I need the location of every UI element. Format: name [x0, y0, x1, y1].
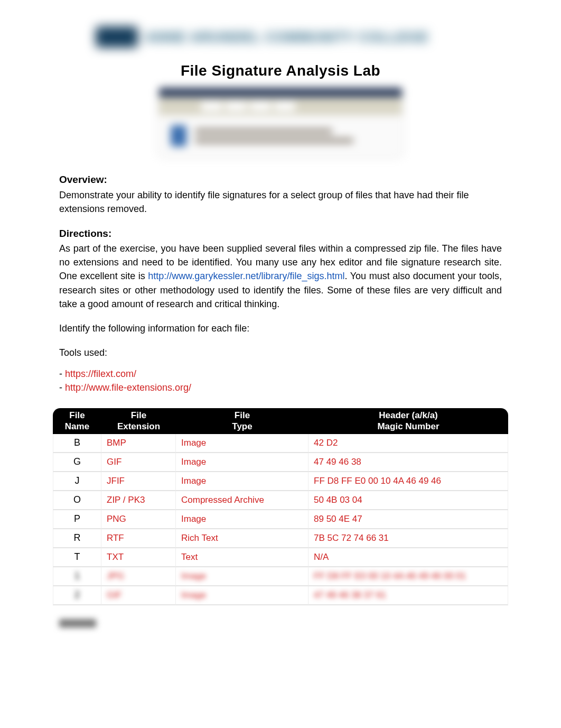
cell-magic-number: 89 50 4E 47: [308, 510, 508, 529]
cell-file-type: Rich Text: [176, 529, 308, 548]
directions-heading: Directions:: [59, 226, 502, 241]
cell-file-type: Text: [176, 548, 308, 567]
figure-screenshot: [159, 88, 402, 156]
table-header-row: File Name File Extension File Type Heade…: [53, 408, 508, 434]
reference-link[interactable]: http://www.garykessler.net/library/file_…: [148, 271, 344, 281]
footer-text: [59, 619, 96, 628]
tool-link-1[interactable]: https://filext.com/: [65, 368, 136, 379]
cell-file-extension: GIF: [101, 453, 176, 472]
table-row: TTXTTextN/A: [53, 548, 508, 567]
cell-file-name: B: [53, 434, 101, 453]
cell-file-extension: JFIF: [101, 472, 176, 491]
content-body: Overview: Demonstrate your ability to id…: [59, 172, 502, 394]
overview-text: Demonstrate your ability to identify fil…: [59, 188, 502, 216]
cell-file-name: T: [53, 548, 101, 567]
cell-file-extension: TXT: [101, 548, 176, 567]
org-banner: ANNE ARUNDEL COMMUNITY COLLEGE: [96, 21, 465, 53]
table-row: JJFIFImageFF D8 FF E0 00 10 4A 46 49 46: [53, 472, 508, 491]
overview-heading: Overview:: [59, 172, 502, 187]
cell-file-extension: RTF: [101, 529, 176, 548]
cell-file-type: Image: [176, 453, 308, 472]
cell-file-name: P: [53, 510, 101, 529]
table-row: RRTFRich Text7B 5C 72 74 66 31: [53, 529, 508, 548]
col-header-ext: File Extension: [101, 408, 176, 434]
cell-file-type: Image: [176, 586, 308, 605]
cell-magic-number: 42 D2: [308, 434, 508, 453]
table-row: 2GIFImage47 49 46 38 37 61: [53, 586, 508, 605]
list-item: - https://filext.com/: [59, 367, 502, 381]
file-signature-table: File Name File Extension File Type Heade…: [53, 408, 508, 605]
cell-magic-number: 7B 5C 72 74 66 31: [308, 529, 508, 548]
table-row: BBMPImage42 D2: [53, 434, 508, 453]
table-row: PPNGImage89 50 4E 47: [53, 510, 508, 529]
org-logo-icon: [96, 26, 138, 48]
org-name: ANNE ARUNDEL COMMUNITY COLLEGE: [145, 29, 429, 45]
cell-magic-number: N/A: [308, 548, 508, 567]
cell-file-type: Image: [176, 510, 308, 529]
tools-heading: Tools used:: [59, 346, 502, 360]
cell-file-type: Image: [176, 434, 308, 453]
col-header-type: File Type: [176, 408, 308, 434]
table-row: OZIP / PK3Compressed Archive50 4B 03 04: [53, 491, 508, 510]
cell-file-name: 2: [53, 586, 101, 605]
identify-line: Identify the following information for e…: [59, 321, 502, 335]
table-body: BBMPImage42 D2GGIFImage47 49 46 38JJFIFI…: [53, 434, 508, 605]
tools-list: - https://filext.com/ - http://www.file-…: [59, 367, 502, 394]
document-page: ANNE ARUNDEL COMMUNITY COLLEGE File Sign…: [0, 0, 561, 728]
cell-file-name: G: [53, 453, 101, 472]
cell-file-extension: ZIP / PK3: [101, 491, 176, 510]
table-row: GGIFImage47 49 46 38: [53, 453, 508, 472]
cell-file-extension: BMP: [101, 434, 176, 453]
cell-file-name: R: [53, 529, 101, 548]
table-row: 1JPGImageFF D8 FF E0 00 10 4A 46 49 46 0…: [53, 567, 508, 586]
col-header-name: File Name: [53, 408, 101, 434]
cell-file-extension: PNG: [101, 510, 176, 529]
cell-file-extension: GIF: [101, 586, 176, 605]
cell-file-type: Compressed Archive: [176, 491, 308, 510]
cell-file-name: 1: [53, 567, 101, 586]
cell-magic-number: FF D8 FF E0 00 10 4A 46 49 46: [308, 472, 508, 491]
cell-magic-number: 50 4B 03 04: [308, 491, 508, 510]
cell-file-name: J: [53, 472, 101, 491]
cell-file-name: O: [53, 491, 101, 510]
directions-text: As part of the exercise, you have been s…: [59, 242, 502, 310]
cell-magic-number: FF D8 FF E0 00 10 4A 46 49 46 00 01: [308, 567, 508, 586]
tool-link-2[interactable]: http://www.file-extensions.org/: [65, 382, 191, 393]
list-item: - http://www.file-extensions.org/: [59, 381, 502, 394]
cell-magic-number: 47 49 46 38 37 61: [308, 586, 508, 605]
file-icon: [171, 125, 186, 146]
cell-file-type: Image: [176, 472, 308, 491]
col-header-magic: Header (a/k/a) Magic Number: [308, 408, 508, 434]
cell-file-type: Image: [176, 567, 308, 586]
page-title: File Signature Analysis Lab: [0, 62, 561, 79]
cell-file-extension: JPG: [101, 567, 176, 586]
cell-magic-number: 47 49 46 38: [308, 453, 508, 472]
